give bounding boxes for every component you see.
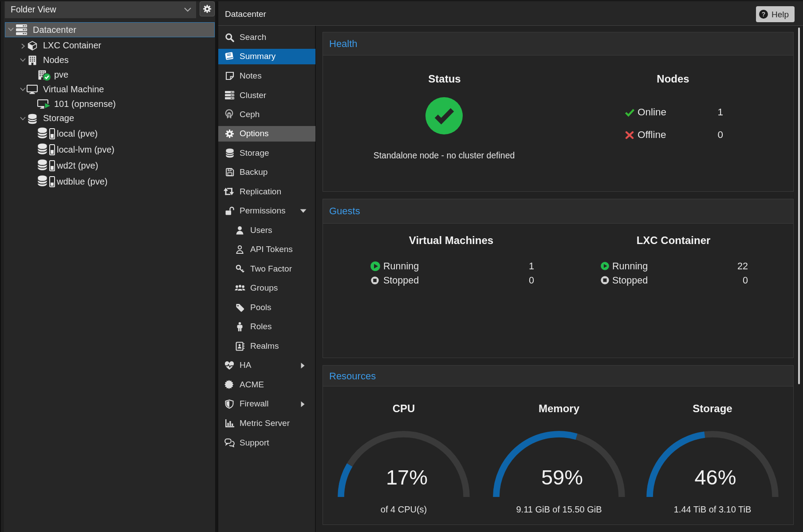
svg-text:?: ? (762, 11, 766, 18)
